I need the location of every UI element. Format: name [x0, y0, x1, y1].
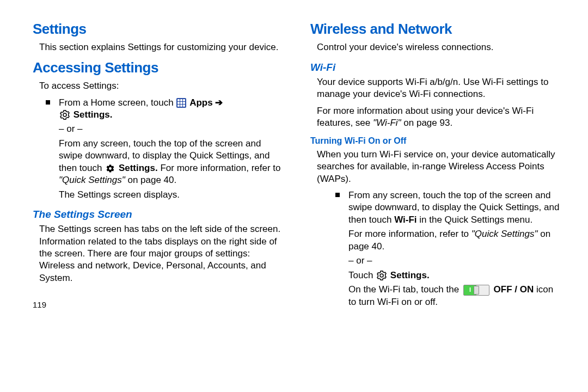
heading-accessing: Accessing Settings [33, 58, 283, 77]
manual-page: Settings This section explains Settings … [0, 0, 588, 392]
gear-filled-icon [106, 164, 115, 173]
quick-settings-ref: "Quick Settings" [471, 229, 538, 239]
displays-text: The Settings screen displays. [59, 189, 283, 201]
page-number: 119 [33, 299, 283, 310]
right-column: Wireless and Network Control your device… [299, 20, 566, 381]
control-text: Control your device's wireless connectio… [317, 41, 561, 53]
arrow: ➔ [215, 97, 223, 108]
wifi-more-info: For more information about using your de… [317, 105, 561, 130]
settings-screen-text: The Settings screen has tabs on the left… [39, 223, 283, 284]
intro-text: This section explains Settings for custo… [39, 41, 283, 53]
wifi-support-text: Your device supports Wi-Fi a/b/g/n. Use … [317, 76, 561, 101]
turning-text: When you turn Wi-Fi service on, your dev… [317, 149, 561, 185]
bullet-quick-settings: From any screen, touch the top of the sc… [335, 189, 561, 226]
quick-settings-ref: "Quick Settings" [59, 175, 125, 185]
gear-outline-icon [377, 271, 387, 280]
more-a: For more information, refer to [348, 229, 471, 239]
apps-label: Apps [189, 97, 213, 108]
wifi-more-b: on page 93. [403, 118, 452, 128]
from-home-text: From a Home screen, touch [59, 97, 174, 108]
gear-outline-icon [60, 110, 70, 120]
more-info-line: For more information, refer to "Quick Se… [348, 228, 561, 253]
heading-turning-wifi: Turning Wi-Fi On or Off [310, 135, 561, 146]
settings-bold: Settings. [119, 163, 158, 173]
heading-settings: Settings [33, 20, 283, 38]
or-divider: – or – [348, 255, 561, 267]
quick-settings-paragraph: From any screen, touch the top of the sc… [59, 138, 283, 187]
offon-line: On the Wi-Fi tab, touch the I OFF / ON i… [348, 284, 561, 308]
touch-settings-line: Touch Settings. [348, 270, 561, 281]
toggle-off-on-icon: I [463, 285, 489, 296]
touch-text: Touch [348, 270, 373, 280]
heading-settings-screen: The Settings Screen [33, 207, 283, 221]
page-ref: on page 40. [127, 175, 176, 185]
bullet-text: From a Home screen, touch Apps ➔ Setting… [59, 97, 283, 121]
bullet-square-icon [335, 193, 340, 197]
to-access-text: To access Settings: [39, 80, 283, 92]
bullet-home-screen: From a Home screen, touch Apps ➔ Setting… [46, 97, 283, 121]
qs-text-b: in the Quick Settings menu. [419, 215, 532, 225]
apps-grid-icon [176, 98, 186, 108]
on-a: On the Wi-Fi tab, touch the [348, 284, 462, 295]
heading-wifi: Wi-Fi [310, 60, 561, 74]
heading-wireless: Wireless and Network [310, 20, 561, 38]
offon-label: OFF / ON [494, 284, 534, 295]
bullet-text: From any screen, touch the top of the sc… [348, 189, 561, 226]
wifi-bold: Wi-Fi [394, 215, 416, 225]
settings-label: Settings. [74, 109, 113, 120]
or-divider: – or – [59, 123, 283, 135]
left-column: Settings This section explains Settings … [33, 20, 299, 381]
more-info-text: For more information, refer to [160, 163, 280, 173]
bullet-square-icon [46, 100, 50, 105]
settings-bold: Settings. [390, 270, 430, 280]
wifi-ref: "Wi-Fi" [373, 118, 401, 128]
